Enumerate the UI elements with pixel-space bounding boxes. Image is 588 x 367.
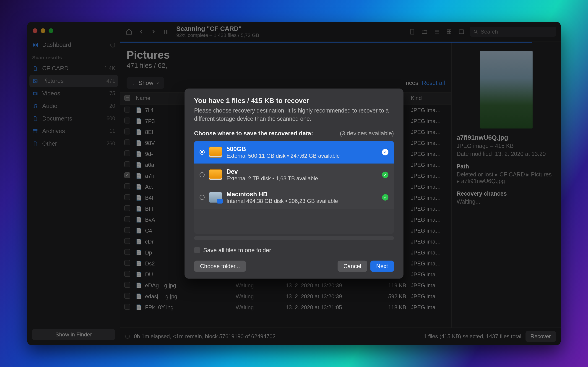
show-in-finder-button[interactable]: Show in Finder	[32, 329, 115, 340]
video-icon	[32, 90, 39, 97]
row-checkbox[interactable]	[124, 194, 130, 200]
file-icon: 📄	[136, 250, 142, 256]
row-name: 8El	[145, 129, 153, 135]
next-button[interactable]: Next	[370, 260, 394, 272]
row-kind: JPEG ima…	[406, 250, 447, 256]
row-name: BFl	[145, 206, 153, 212]
row-checkbox[interactable]	[124, 216, 130, 222]
file-icon: 📄	[136, 283, 142, 289]
row-date: 13. 2. 2020 at 13:20:39	[286, 282, 376, 289]
row-checkbox[interactable]	[124, 172, 130, 178]
drive-icon	[209, 147, 222, 158]
table-row[interactable]: 📄edasj…-g.jpgWaiting...13. 2. 2020 at 13…	[120, 291, 451, 302]
folder-view-icon[interactable]	[420, 28, 429, 36]
list-view-icon[interactable]	[433, 28, 441, 36]
row-checkbox[interactable]	[124, 227, 130, 233]
chevron-down-icon	[156, 81, 160, 85]
row-checkbox[interactable]	[124, 128, 130, 134]
search-input[interactable]: Search	[470, 27, 556, 37]
row-checkbox[interactable]	[124, 117, 130, 124]
svg-rect-12	[166, 30, 167, 33]
row-checkbox[interactable]	[124, 260, 130, 266]
row-checkbox[interactable]	[124, 238, 130, 244]
sidebar-item-audio[interactable]: Audio 20	[27, 100, 120, 112]
row-checkbox[interactable]	[124, 107, 130, 113]
sidebar-item-videos[interactable]: Videos 75	[27, 87, 120, 100]
device-scrollbar[interactable]	[194, 236, 394, 240]
chances-filter-partial[interactable]: nces	[406, 79, 418, 86]
file-icon: 📄	[136, 217, 142, 223]
row-checkbox[interactable]	[124, 304, 130, 310]
sidebar-item-documents[interactable]: Documents 600	[27, 112, 120, 125]
row-name: DU	[145, 271, 153, 278]
pause-icon[interactable]	[162, 28, 170, 36]
check-icon: ✓	[382, 149, 388, 155]
row-kind: JPEG ima…	[406, 260, 447, 267]
row-kind: JPEG ima…	[406, 271, 447, 278]
device-radio[interactable]	[200, 150, 204, 155]
row-status: Waiting	[236, 304, 286, 311]
file-view-icon[interactable]	[408, 28, 416, 36]
row-name: cDr	[145, 239, 154, 245]
cancel-button[interactable]: Cancel	[338, 260, 367, 272]
row-checkbox[interactable]	[124, 249, 130, 255]
sidebar-item-count: 471	[106, 78, 115, 84]
row-checkbox[interactable]	[124, 150, 130, 156]
save-all-checkbox-row[interactable]: Save all files to one folder	[194, 247, 394, 254]
minimize-window-button[interactable]	[41, 28, 45, 33]
table-row[interactable]: 📄eDAg…g.jpgWaiting...13. 2. 2020 at 13:2…	[120, 280, 451, 291]
file-icon: 📄	[136, 304, 142, 310]
svg-rect-1	[36, 43, 37, 44]
preview-thumbnail[interactable]	[480, 51, 533, 128]
sidebar-item-archives[interactable]: Archives 11	[27, 125, 120, 137]
row-kind: JPEG ima…	[406, 195, 447, 201]
sidebar-item-dashboard[interactable]: Dashboard	[27, 39, 120, 51]
show-filter-dropdown[interactable]: Show	[127, 77, 164, 89]
device-name: Macintosh HD	[227, 191, 377, 198]
row-name: 9d-	[145, 151, 153, 157]
sidebar: Dashboard Scan results CF CARD 1,4K Pict…	[27, 22, 120, 345]
recover-button[interactable]: Recover	[525, 331, 556, 342]
choose-folder-button[interactable]: Choose folder...	[194, 260, 246, 272]
device-option[interactable]: Macintosh HDInternal 494,38 GB disk • 20…	[194, 186, 394, 209]
home-icon[interactable]	[125, 28, 133, 36]
svg-rect-19	[449, 32, 451, 34]
close-window-button[interactable]	[33, 28, 37, 33]
sidebar-toggle-icon[interactable]	[457, 28, 466, 36]
device-radio[interactable]	[200, 195, 204, 200]
row-checkbox[interactable]	[124, 293, 130, 299]
col-kind[interactable]: Kind	[406, 95, 447, 102]
device-radio[interactable]	[200, 172, 204, 177]
grid-view-icon[interactable]	[445, 28, 453, 36]
row-checkbox[interactable]	[124, 205, 130, 211]
reset-all-link[interactable]: Reset all	[422, 79, 445, 86]
sidebar-item-cfcard[interactable]: CF CARD 1,4K	[27, 62, 120, 75]
row-checkbox[interactable]	[124, 183, 130, 189]
spinner-icon	[110, 42, 115, 48]
scan-progress-bar	[120, 42, 532, 43]
svg-point-8	[36, 106, 37, 107]
scan-title-text: Scanning "CF CARD"	[176, 25, 259, 33]
row-size: 119 KB	[376, 282, 406, 289]
file-icon: 📄	[136, 129, 142, 135]
sidebar-item-other[interactable]: Other 260	[27, 137, 120, 150]
row-checkbox[interactable]	[124, 282, 130, 288]
col-checkbox[interactable]	[124, 95, 136, 102]
status-bar: 0h 1m elapsed, <1m remain, block 5761919…	[120, 327, 561, 345]
fullscreen-window-button[interactable]	[49, 28, 53, 33]
forward-icon[interactable]	[149, 28, 158, 36]
svg-point-5	[34, 80, 35, 81]
device-option[interactable]: 500GBExternal 500,11 GB disk • 247,62 GB…	[194, 141, 394, 163]
table-row[interactable]: 📄FPk- 0Y ingWaiting13. 2. 2020 at 13:21:…	[120, 302, 451, 313]
row-checkbox[interactable]	[124, 271, 130, 277]
row-checkbox[interactable]	[124, 161, 130, 167]
svg-rect-20	[459, 30, 464, 33]
save-all-checkbox[interactable]	[194, 247, 200, 253]
svg-rect-3	[36, 45, 37, 47]
back-icon[interactable]	[137, 28, 145, 36]
svg-rect-17	[449, 30, 451, 32]
row-kind: JPEG ima…	[406, 118, 447, 124]
device-option[interactable]: DevExternal 2 TB disk • 1,63 TB availabl…	[194, 163, 394, 186]
row-checkbox[interactable]	[124, 140, 130, 145]
sidebar-item-pictures[interactable]: Pictures 471	[29, 75, 118, 87]
